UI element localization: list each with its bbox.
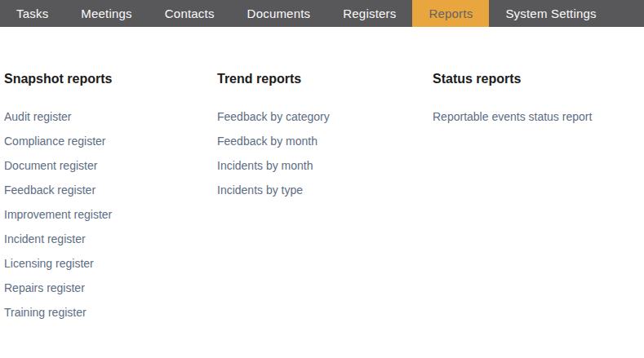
- tab-meetings[interactable]: Meetings: [64, 0, 148, 27]
- tab-system-settings[interactable]: System Settings: [489, 0, 612, 27]
- link-reportable-events-status-report[interactable]: Reportable events status report: [433, 110, 592, 123]
- link-improvement-register[interactable]: Improvement register: [4, 208, 112, 221]
- link-incidents-by-type[interactable]: Incidents by type: [217, 183, 303, 197]
- list-item: Feedback by month: [217, 134, 433, 158]
- link-incident-register[interactable]: Incident register: [4, 232, 86, 245]
- list-item: Incidents by month: [217, 158, 433, 183]
- list-item: Training register: [4, 305, 217, 329]
- status-reports-title: Status reports: [433, 72, 644, 86]
- link-audit-register[interactable]: Audit register: [4, 110, 71, 123]
- list-item: Audit register: [4, 109, 217, 134]
- tab-registers[interactable]: Registers: [326, 0, 412, 27]
- status-reports-list: Reportable events status report: [433, 109, 644, 134]
- trend-reports-list: Feedback by category Feedback by month I…: [217, 109, 433, 207]
- list-item: Document register: [4, 158, 217, 183]
- list-item: Improvement register: [4, 207, 217, 232]
- tab-contacts[interactable]: Contacts: [149, 0, 231, 27]
- link-feedback-by-month[interactable]: Feedback by month: [217, 135, 318, 148]
- list-item: Incident register: [4, 232, 217, 256]
- list-item: Reportable events status report: [433, 109, 644, 134]
- link-feedback-register[interactable]: Feedback register: [4, 183, 95, 197]
- link-document-register[interactable]: Document register: [4, 159, 97, 172]
- tab-reports[interactable]: Reports: [412, 0, 489, 27]
- list-item: Feedback register: [4, 183, 217, 207]
- tab-tasks[interactable]: Tasks: [0, 0, 64, 27]
- list-item: Licensing register: [4, 256, 217, 281]
- list-item: Feedback by category: [217, 109, 433, 134]
- list-item: Repairs register: [4, 281, 217, 305]
- trend-reports-title: Trend reports: [217, 72, 433, 86]
- top-nav: Tasks Meetings Contacts Documents Regist…: [0, 0, 644, 27]
- reports-page: Snapshot reports Audit register Complian…: [0, 27, 644, 329]
- list-item: Incidents by type: [217, 183, 433, 207]
- list-item: Compliance register: [4, 134, 217, 158]
- status-reports-section: Status reports Reportable events status …: [433, 72, 644, 134]
- link-incidents-by-month[interactable]: Incidents by month: [217, 159, 313, 172]
- link-compliance-register[interactable]: Compliance register: [4, 135, 106, 148]
- tab-documents[interactable]: Documents: [231, 0, 327, 27]
- link-repairs-register[interactable]: Repairs register: [4, 281, 85, 294]
- trend-reports-section: Trend reports Feedback by category Feedb…: [217, 72, 433, 207]
- snapshot-reports-title: Snapshot reports: [4, 72, 217, 86]
- snapshot-reports-list: Audit register Compliance register Docum…: [4, 109, 217, 329]
- link-licensing-register[interactable]: Licensing register: [4, 257, 94, 270]
- snapshot-reports-section: Snapshot reports Audit register Complian…: [4, 72, 217, 329]
- link-feedback-by-category[interactable]: Feedback by category: [217, 110, 330, 123]
- link-training-register[interactable]: Training register: [4, 306, 87, 319]
